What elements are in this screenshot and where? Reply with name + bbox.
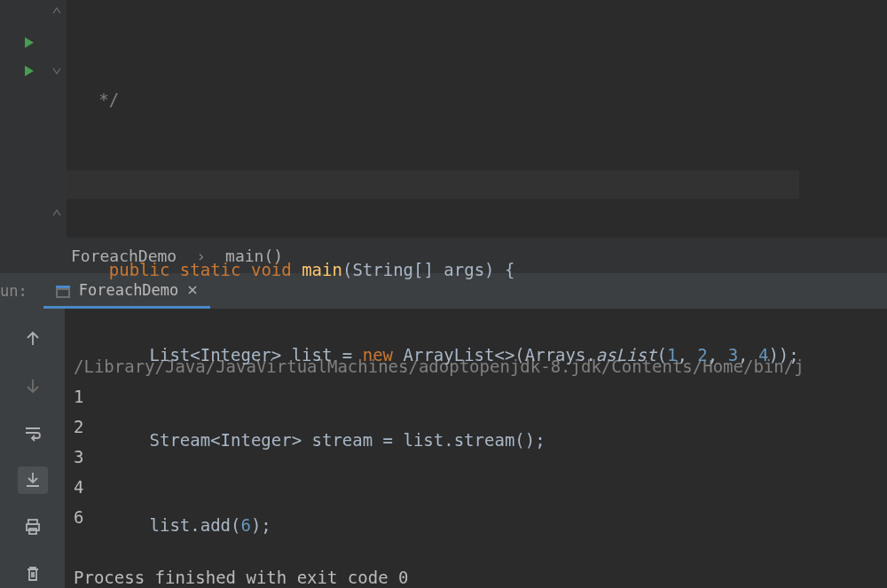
scroll-up-button[interactable] bbox=[18, 325, 48, 352]
print-button[interactable] bbox=[18, 514, 48, 541]
run-icon[interactable] bbox=[23, 65, 35, 77]
fold-icon[interactable] bbox=[51, 66, 62, 76]
clear-button[interactable] bbox=[18, 561, 48, 588]
code-line: Stream<Integer> stream = list.stream(); bbox=[68, 426, 799, 454]
code-editor[interactable]: */ public class ForeachDemo { public sta… bbox=[0, 0, 887, 238]
code-line: public static void main(String[] args) { bbox=[68, 255, 799, 284]
code-line: list.add(6); bbox=[68, 511, 799, 539]
code-line: */ bbox=[68, 85, 799, 114]
gutter bbox=[0, 0, 67, 238]
soft-wrap-button[interactable] bbox=[18, 419, 48, 446]
code-line: List<Integer> list = new ArrayList<>(Arr… bbox=[68, 341, 799, 369]
fold-icon[interactable] bbox=[51, 5, 62, 16]
run-label: un: bbox=[0, 282, 36, 300]
code-area[interactable]: */ public class ForeachDemo { public sta… bbox=[67, 0, 799, 238]
run-icon[interactable] bbox=[23, 36, 35, 49]
highlighted-line bbox=[67, 170, 799, 199]
svg-rect-2 bbox=[58, 290, 68, 296]
comment: */ bbox=[98, 90, 119, 109]
svg-rect-5 bbox=[29, 529, 36, 534]
scroll-down-button[interactable] bbox=[18, 372, 48, 399]
run-toolbar bbox=[0, 309, 65, 588]
scroll-to-end-button[interactable] bbox=[18, 466, 48, 494]
fold-icon[interactable] bbox=[51, 208, 62, 218]
